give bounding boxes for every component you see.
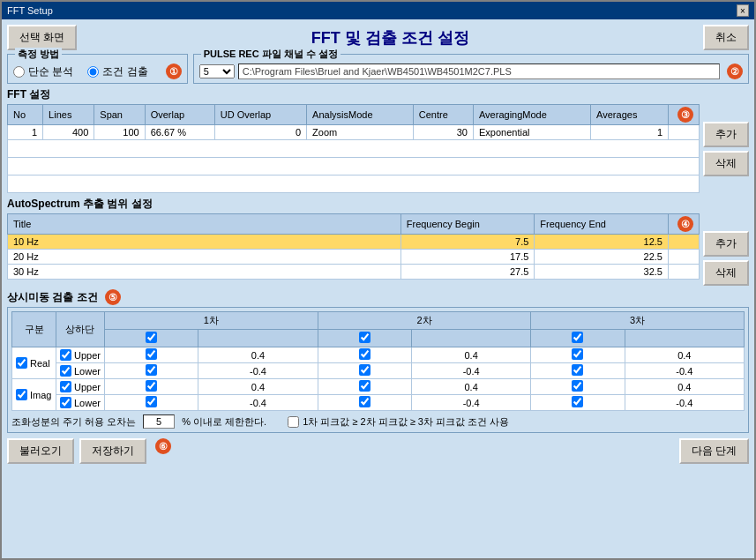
auto-row2-empty — [669, 250, 700, 265]
autospectrum-table-container: Title Frequency Begin Frequency End ④ 10… — [7, 213, 700, 286]
imag-text: Imag — [30, 390, 51, 400]
check-2[interactable] — [359, 332, 371, 343]
next-step-button[interactable]: 다음 단계 — [679, 438, 749, 464]
col-no: No — [8, 105, 43, 125]
imag-lower-label: Lower — [56, 395, 105, 411]
sansi-col-1cha: 1차 — [104, 312, 318, 330]
autospectrum-row-3[interactable]: 30 Hz 27.5 32.5 — [8, 265, 700, 280]
sansi-table: 구분 상하단 1차 2차 3차 — [11, 311, 745, 411]
sansi-imag-lower-row: Lower -0.4 -0.4 -0.4 — [12, 395, 745, 411]
check-1[interactable] — [146, 332, 157, 343]
sansi-footer-text1: 조화성분의 주기 허용 오차는 — [11, 415, 136, 429]
fft-row-averages: 1 — [591, 125, 669, 140]
imag-lower-val3: -0.4 — [625, 395, 744, 411]
col-overlap: Overlap — [145, 105, 214, 125]
sansi-title: 상시미동 검출 조건 — [7, 290, 98, 305]
badge-5: ⑤ — [105, 289, 121, 305]
real-lower-val3: -0.4 — [625, 363, 744, 379]
radio-simple-label: 단순 분석 — [28, 64, 73, 79]
auto-add-button[interactable]: 추가 — [703, 231, 749, 257]
autospectrum-buttons: 추가 삭제 — [703, 213, 749, 286]
col-freq-begin: Frequency Begin — [400, 214, 535, 235]
sansi-footer: 조화성분의 주기 허용 오차는 % 이내로 제한한다. 1차 피크값 ≥ 2차 … — [11, 414, 745, 429]
fft-add-button[interactable]: 추가 — [703, 122, 749, 147]
imag-upper-cb2 — [318, 379, 411, 395]
imag-checkbox[interactable] — [16, 389, 27, 400]
real-upper-check[interactable] — [60, 349, 71, 361]
sansi-cb-1 — [104, 330, 198, 347]
sansi-cb-3 — [531, 330, 625, 347]
peak-condition: 1차 피크값 ≥ 2차 피크값 ≥ 3차 피크값 조건 사용 — [288, 415, 509, 429]
col-averages: Averages — [591, 105, 669, 125]
save-button[interactable]: 저장하기 — [79, 438, 146, 464]
autospectrum-row-1[interactable]: 10 Hz 7.5 12.5 — [8, 235, 700, 250]
real-lower-label: Lower — [56, 363, 105, 379]
real-upper-cb3 — [531, 347, 625, 363]
auto-delete-button[interactable]: 삭제 — [703, 260, 749, 286]
sansi-val-1 — [198, 330, 318, 347]
auto-row3-empty — [669, 265, 700, 280]
load-button[interactable]: 불러오기 — [7, 438, 74, 464]
badge-3: ③ — [677, 107, 693, 123]
radio-condition-input[interactable] — [87, 66, 99, 78]
pulse-path-input[interactable] — [238, 63, 720, 79]
imag-lower-check[interactable] — [60, 397, 71, 408]
imag-lower-cb3 — [531, 395, 625, 411]
auto-row1-empty — [669, 235, 700, 250]
fft-table-area: No Lines Span Overlap UD Overlap Analysi… — [7, 104, 749, 193]
sansi-val-3 — [625, 330, 744, 347]
cancel-button[interactable]: 취소 — [703, 25, 749, 50]
fft-row-empty — [669, 125, 700, 140]
peak-condition-check[interactable] — [288, 416, 299, 428]
autospectrum-row-2[interactable]: 20 Hz 17.5 22.5 — [8, 250, 700, 265]
col-badge-4: ④ — [669, 214, 700, 235]
fft-delete-button[interactable]: 삭제 — [703, 151, 749, 176]
imag-lower-val2: -0.4 — [412, 395, 531, 411]
window-close-button[interactable]: × — [737, 4, 749, 17]
autospectrum-section: AutoSpectrum 추출 범위 설정 Title Frequency Be… — [7, 197, 749, 286]
fft-table-container: No Lines Span Overlap UD Overlap Analysi… — [7, 104, 700, 193]
real-lower-val2: -0.4 — [412, 363, 531, 379]
pulse-row: 5 1234 ② — [199, 58, 743, 79]
header-row: 선택 화면 FFT 및 검출 조건 설정 취소 — [7, 25, 749, 50]
col-freq-end: Frequency End — [535, 214, 669, 235]
sansi-col-gubun: 구분 — [12, 312, 56, 347]
fft-row-ud-overlap: 0 — [214, 125, 306, 140]
imag-upper-val3: 0.4 — [625, 379, 744, 395]
col-title: Title — [8, 214, 401, 235]
imag-lower-cb1 — [104, 395, 198, 411]
sansi-imag-label: Imag — [12, 379, 56, 411]
radio-simple-input[interactable] — [13, 66, 25, 78]
page-title: FFT 및 검출 조건 설정 — [82, 27, 698, 49]
select-screen-button[interactable]: 선택 화면 — [7, 25, 77, 50]
col-analysis-mode: AnalysisMode — [307, 105, 414, 125]
fft-row-analysis-mode: Zoom — [307, 125, 414, 140]
imag-upper-check[interactable] — [60, 381, 71, 392]
real-lower-cb3 — [531, 363, 625, 379]
real-checkbox[interactable] — [16, 357, 27, 369]
autospectrum-table: Title Frequency Begin Frequency End ④ 10… — [7, 213, 700, 280]
pulse-channel-select[interactable]: 5 1234 — [199, 64, 235, 78]
col-lines: Lines — [43, 105, 94, 125]
radio-simple: 단순 분석 — [13, 64, 73, 79]
col-badge: ③ — [669, 105, 700, 125]
real-upper-val2: 0.4 — [412, 347, 531, 363]
sansi-col-sangha: 상하단 — [56, 312, 105, 347]
badge-4: ④ — [677, 216, 693, 232]
col-span: Span — [94, 105, 145, 125]
auto-row1-end: 12.5 — [535, 235, 669, 250]
sansi-section: 상시미동 검출 조건 ⑤ 구분 상하단 1차 2차 3차 — [7, 289, 749, 433]
fft-row-averaging-mode: Exponential — [473, 125, 590, 140]
fft-row-lines: 400 — [43, 125, 94, 140]
sansi-percent-input[interactable] — [143, 414, 175, 429]
fft-empty-row2 — [8, 158, 700, 175]
auto-row2-end: 22.5 — [535, 250, 669, 265]
imag-lower-cb2 — [318, 395, 411, 411]
fft-section: FFT 설정 No Lines Span Overlap UD Overlap … — [7, 87, 749, 193]
check-3[interactable] — [572, 332, 583, 343]
peak-condition-label: 1차 피크값 ≥ 2차 피크값 ≥ 3차 피크값 조건 사용 — [303, 415, 509, 429]
bottom-row: 불러오기 저장하기 ⑥ 다음 단계 — [7, 438, 749, 464]
real-lower-check[interactable] — [60, 365, 71, 377]
real-upper-cb2 — [318, 347, 411, 363]
real-lower-cb1 — [104, 363, 198, 379]
